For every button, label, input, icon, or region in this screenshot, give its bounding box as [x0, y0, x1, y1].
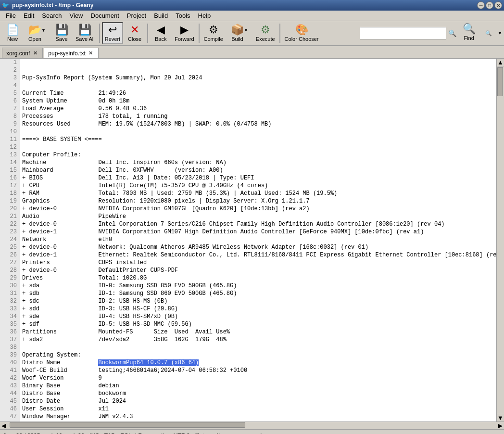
- menu-project[interactable]: Project: [123, 11, 150, 20]
- line-number-20: 20: [0, 205, 20, 213]
- line-number-32: 32: [0, 297, 20, 305]
- code-line-26: + device-0 DefaultPrinter CUPS-PDF: [22, 267, 494, 274]
- tab-info: TAB: [104, 433, 115, 434]
- scroll-down-button[interactable]: ▼: [497, 414, 504, 421]
- scroll-left-button[interactable]: ◀: [0, 422, 8, 430]
- editor-content[interactable]: Pup-SysInfo Report (System Summary), Mon…: [20, 59, 496, 421]
- menu-help[interactable]: Help: [194, 11, 215, 20]
- code-line-41: Binary Base debian: [22, 382, 494, 390]
- menu-document[interactable]: Document: [87, 11, 123, 20]
- line-number-1: 1: [0, 59, 20, 66]
- code-line-28: + sda ID-0: Samsung SSD 850 EVO 500GB (4…: [22, 282, 494, 290]
- scroll-right-button[interactable]: ▶: [496, 422, 504, 430]
- save-label: Save: [55, 36, 67, 42]
- line-number-37: 37: [0, 336, 20, 344]
- code-line-44: User Session x11: [22, 405, 494, 413]
- line-number-19: 19: [0, 197, 20, 205]
- menu-file[interactable]: File: [2, 11, 20, 20]
- line-number-34: 34: [0, 313, 20, 320]
- close-window-button[interactable]: ✕: [494, 1, 502, 9]
- find-button[interactable]: 🔍 Find: [458, 22, 479, 44]
- execute-icon: ⚙: [261, 25, 270, 35]
- code-line-3: Current Time 21:49:26: [22, 89, 494, 97]
- line-number-7: 7: [0, 105, 20, 113]
- code-line-13: Mainboard Dell Inc. 0XFWHV (version: A00…: [22, 166, 494, 174]
- line-number-36: 36: [0, 328, 20, 336]
- compile-button[interactable]: ⚙ Compile: [202, 22, 226, 44]
- new-icon: 📄: [6, 25, 19, 35]
- line-number-15: 15: [0, 166, 20, 174]
- color-chooser-button[interactable]: 🎨 Color Chooser: [282, 22, 321, 44]
- code-line-45: Window Manager JWM v2.4.3: [22, 413, 494, 421]
- titlebar-title: 🐦 pup-sysinfo.txt - /tmp - Geany: [2, 2, 93, 9]
- save-all-icon: 💾: [78, 25, 91, 35]
- horizontal-scrollbar[interactable]: ◀ ▶: [0, 421, 504, 429]
- pup-sysinfo-tab-close[interactable]: ✕: [88, 50, 94, 57]
- code-line-8: [22, 128, 494, 136]
- line-number-39: 39: [0, 351, 20, 359]
- execute-button[interactable]: ⚙ Execute: [253, 22, 277, 44]
- col-info: col: 19: [45, 433, 62, 434]
- build-button[interactable]: 📦 Build ▼: [227, 22, 252, 44]
- line-number-27: 27: [0, 259, 20, 267]
- toolbar-separator-1: [99, 24, 100, 43]
- close-button[interactable]: ✕ Close: [124, 22, 145, 44]
- menu-view[interactable]: View: [66, 11, 87, 20]
- forward-label: Forward: [175, 36, 194, 42]
- menu-build[interactable]: Build: [150, 11, 172, 20]
- code-line-20: + device-0 Intel Corporation 7 Series/C2…: [22, 220, 494, 228]
- build-arrow-icon: ▼: [244, 28, 248, 38]
- code-line-32: + sde ID-4: USB HS-SM/xD (0B): [22, 313, 494, 320]
- revert-label: Revert: [105, 36, 120, 42]
- forward-button[interactable]: ▶ Forward: [172, 22, 196, 44]
- line-number-30: 30: [0, 282, 20, 290]
- line-info: line: 38 / 3235: [4, 433, 40, 434]
- search-extra-button[interactable]: 🔍: [481, 22, 496, 44]
- open-button[interactable]: 📂 Open ▼: [24, 22, 50, 44]
- code-line-11: Computer Profile:: [22, 151, 494, 159]
- hscroll-track: [8, 422, 496, 429]
- back-button[interactable]: ◀ Back: [150, 22, 171, 44]
- xorg-conf-tab-close[interactable]: ✕: [32, 50, 38, 57]
- revert-button[interactable]: ↩ Revert: [102, 22, 123, 44]
- scroll-up-button[interactable]: ▲: [497, 59, 504, 66]
- build-label: Build: [231, 36, 243, 42]
- sel-info: sel: 38: [67, 433, 84, 434]
- save-all-button[interactable]: 💾 Save All: [73, 22, 97, 44]
- code-line-1: Pup-SysInfo Report (System Summary), Mon…: [22, 74, 494, 82]
- new-button[interactable]: 📄 New: [2, 22, 23, 44]
- menu-edit[interactable]: Edit: [20, 11, 38, 20]
- pup-sysinfo-tab[interactable]: pup-sysinfo.txt ✕: [44, 48, 98, 58]
- toolbar-separator-2: [147, 24, 148, 43]
- menu-search[interactable]: Search: [38, 11, 65, 20]
- maximize-button[interactable]: □: [486, 1, 493, 9]
- line-number-43: 43: [0, 382, 20, 390]
- hscroll-thumb[interactable]: [10, 422, 245, 428]
- scroll-thumb[interactable]: [497, 67, 503, 96]
- vertical-scrollbar[interactable]: ▲ ▼: [496, 59, 504, 421]
- filetype-info: filetype: None: [195, 433, 230, 434]
- menu-tools[interactable]: Tools: [172, 11, 194, 20]
- line-number-23: 23: [0, 228, 20, 236]
- search-extra-icon: 🔍: [485, 30, 492, 37]
- save-button[interactable]: 💾 Save: [51, 22, 72, 44]
- code-line-4: System Uptime 0d 0h 18m: [22, 97, 494, 105]
- xorg-conf-tab[interactable]: xorg.conf ✕: [2, 48, 43, 58]
- code-line-19: Audio PipeWire: [22, 213, 494, 220]
- toolbar-separator-4: [279, 24, 280, 43]
- execute-label: Execute: [256, 36, 275, 42]
- code-line-27: Drives Total: 1020.8G: [22, 274, 494, 282]
- line-number-28: 28: [0, 267, 20, 274]
- search-clear-icon[interactable]: 🔍: [448, 29, 456, 37]
- titlebar: 🐦 pup-sysinfo.txt - /tmp - Geany ─ □ ✕: [0, 0, 504, 11]
- code-line-16: + RAM Total: 7803 MB | Used: 2759 MB (35…: [22, 190, 494, 197]
- line-number-14: 14: [0, 159, 20, 166]
- search-input[interactable]: [360, 27, 446, 39]
- line-number-31: 31: [0, 290, 20, 297]
- line-number-3: 3: [0, 74, 20, 82]
- pup-sysinfo-tab-label: pup-sysinfo.txt: [48, 50, 85, 57]
- searchbar: 🔍 🔍 Find 🔍 ▼: [360, 22, 502, 44]
- line-number-12: 12: [0, 143, 20, 151]
- line-number-40: 40: [0, 359, 20, 367]
- minimize-button[interactable]: ─: [477, 1, 485, 9]
